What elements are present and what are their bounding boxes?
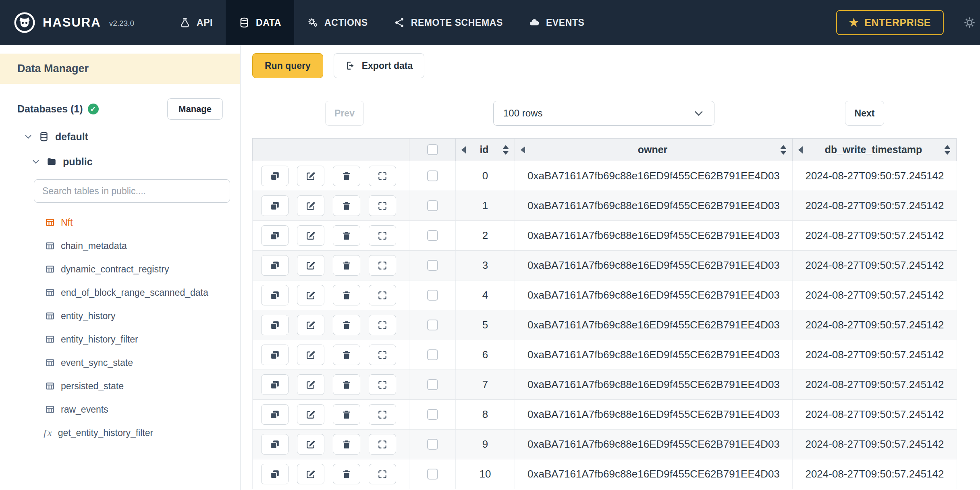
enterprise-button[interactable]: ★ ENTERPRISE bbox=[836, 10, 944, 35]
sort-icon[interactable] bbox=[944, 145, 951, 155]
delete-row-button[interactable] bbox=[333, 404, 360, 425]
row-checkbox[interactable] bbox=[427, 200, 438, 211]
expand-row-button[interactable] bbox=[369, 345, 396, 365]
row-checkbox[interactable] bbox=[427, 409, 438, 420]
sidebar-table-item[interactable]: entity_history_filter bbox=[0, 328, 240, 351]
settings-gear-icon[interactable] bbox=[963, 16, 976, 29]
edit-row-button[interactable] bbox=[297, 166, 324, 186]
row-checkbox[interactable] bbox=[427, 230, 438, 241]
row-checkbox[interactable] bbox=[427, 260, 438, 271]
expand-row-button[interactable] bbox=[369, 285, 396, 305]
nav-item-events[interactable]: EVENTS bbox=[516, 0, 598, 45]
edit-row-button[interactable] bbox=[297, 464, 324, 484]
sidebar-table-item[interactable]: persisted_state bbox=[0, 374, 240, 398]
header-cell-db-write-timestamp[interactable]: db_write_timestamp bbox=[793, 139, 956, 161]
row-checkbox[interactable] bbox=[427, 469, 438, 480]
run-query-button[interactable]: Run query bbox=[252, 53, 323, 78]
sidebar-table-item[interactable]: entity_history bbox=[0, 304, 240, 328]
copy-row-button[interactable] bbox=[261, 225, 289, 246]
copy-row-button[interactable] bbox=[261, 195, 289, 216]
edit-row-button[interactable] bbox=[297, 285, 324, 305]
expand-row-button[interactable] bbox=[369, 374, 396, 395]
table-search-input[interactable] bbox=[34, 179, 230, 203]
cell-owner: 0xaBA7161A7fb69c88e16ED9f455CE62B791EE4D… bbox=[515, 280, 793, 310]
copy-row-button[interactable] bbox=[261, 345, 289, 365]
sort-icon[interactable] bbox=[780, 145, 787, 155]
tree-item-default[interactable]: default bbox=[24, 129, 240, 145]
delete-row-button[interactable] bbox=[333, 195, 360, 216]
sort-icon[interactable] bbox=[502, 145, 509, 155]
sidebar-table-item[interactable]: raw_events bbox=[0, 398, 240, 421]
prev-button[interactable]: Prev bbox=[325, 101, 364, 126]
expand-icon bbox=[377, 201, 388, 211]
sidebar-function-item[interactable]: ƒx get_entity_history_filter bbox=[0, 421, 240, 444]
edit-row-button[interactable] bbox=[297, 404, 324, 425]
database-name: default bbox=[55, 131, 88, 143]
copy-row-button[interactable] bbox=[261, 315, 289, 335]
copy-row-button[interactable] bbox=[261, 434, 289, 455]
delete-row-button[interactable] bbox=[333, 374, 360, 395]
chevron-down-icon[interactable] bbox=[24, 132, 33, 141]
copy-row-button[interactable] bbox=[261, 374, 289, 395]
row-checkbox[interactable] bbox=[427, 379, 438, 390]
delete-row-button[interactable] bbox=[333, 315, 360, 335]
expand-row-button[interactable] bbox=[369, 315, 396, 335]
copy-row-button[interactable] bbox=[261, 255, 289, 276]
delete-row-button[interactable] bbox=[333, 434, 360, 455]
export-data-button[interactable]: Export data bbox=[334, 53, 425, 78]
expand-row-button[interactable] bbox=[369, 255, 396, 276]
rows-per-page-select[interactable]: 100 rows bbox=[493, 101, 714, 126]
expand-row-button[interactable] bbox=[369, 195, 396, 216]
delete-row-button[interactable] bbox=[333, 225, 360, 246]
row-checkbox[interactable] bbox=[427, 290, 438, 301]
nav-item-data[interactable]: DATA bbox=[226, 0, 294, 45]
header-cell-owner[interactable]: owner bbox=[515, 139, 793, 161]
nav-item-api[interactable]: API bbox=[166, 0, 226, 45]
sidebar-table-item[interactable]: end_of_block_range_scanned_data bbox=[0, 281, 240, 304]
expand-row-button[interactable] bbox=[369, 464, 396, 484]
collapse-column-icon[interactable] bbox=[461, 146, 466, 154]
delete-row-button[interactable] bbox=[333, 255, 360, 276]
cell-id: 7 bbox=[456, 370, 515, 399]
copy-row-button[interactable] bbox=[261, 404, 289, 425]
expand-row-button[interactable] bbox=[369, 434, 396, 455]
expand-row-button[interactable] bbox=[369, 166, 396, 186]
tree-item-public[interactable]: public bbox=[31, 154, 240, 170]
expand-row-button[interactable] bbox=[369, 404, 396, 425]
copy-row-button[interactable] bbox=[261, 166, 289, 186]
collapse-column-icon[interactable] bbox=[798, 146, 803, 154]
delete-row-button[interactable] bbox=[333, 166, 360, 186]
edit-row-button[interactable] bbox=[297, 434, 324, 455]
edit-row-button[interactable] bbox=[297, 255, 324, 276]
edit-row-button[interactable] bbox=[297, 345, 324, 365]
row-checkbox[interactable] bbox=[427, 439, 438, 450]
nav-item-remote-schemas[interactable]: REMOTE SCHEMAS bbox=[381, 0, 516, 45]
chevron-down-icon[interactable] bbox=[31, 157, 40, 166]
delete-row-button[interactable] bbox=[333, 464, 360, 484]
delete-row-button[interactable] bbox=[333, 345, 360, 365]
edit-row-button[interactable] bbox=[297, 374, 324, 395]
nav-item-actions[interactable]: ACTIONS bbox=[294, 0, 381, 45]
header-cell-id[interactable]: id bbox=[456, 139, 515, 161]
sidebar-table-item[interactable]: event_sync_state bbox=[0, 351, 240, 374]
row-checkbox[interactable] bbox=[427, 349, 438, 360]
sidebar-table-item[interactable]: chain_metadata bbox=[0, 234, 240, 257]
select-all-checkbox[interactable] bbox=[427, 144, 438, 155]
copy-row-button[interactable] bbox=[261, 464, 289, 484]
delete-row-button[interactable] bbox=[333, 285, 360, 305]
sidebar-table-item-highlighted[interactable]: Nft bbox=[0, 211, 240, 234]
row-checkbox[interactable] bbox=[427, 320, 438, 330]
row-checkbox[interactable] bbox=[427, 170, 438, 181]
table-name: chain_metadata bbox=[61, 241, 127, 251]
copy-row-button[interactable] bbox=[261, 285, 289, 305]
collapse-column-icon[interactable] bbox=[521, 146, 525, 154]
expand-row-button[interactable] bbox=[369, 225, 396, 246]
data-manager-header: Data Manager bbox=[0, 54, 240, 84]
edit-row-button[interactable] bbox=[297, 195, 324, 216]
edit-row-button[interactable] bbox=[297, 315, 324, 335]
sidebar-table-item[interactable]: dynamic_contract_registry bbox=[0, 257, 240, 281]
manage-button[interactable]: Manage bbox=[167, 98, 223, 120]
next-button[interactable]: Next bbox=[845, 101, 884, 126]
edit-icon bbox=[305, 409, 316, 420]
edit-row-button[interactable] bbox=[297, 225, 324, 246]
